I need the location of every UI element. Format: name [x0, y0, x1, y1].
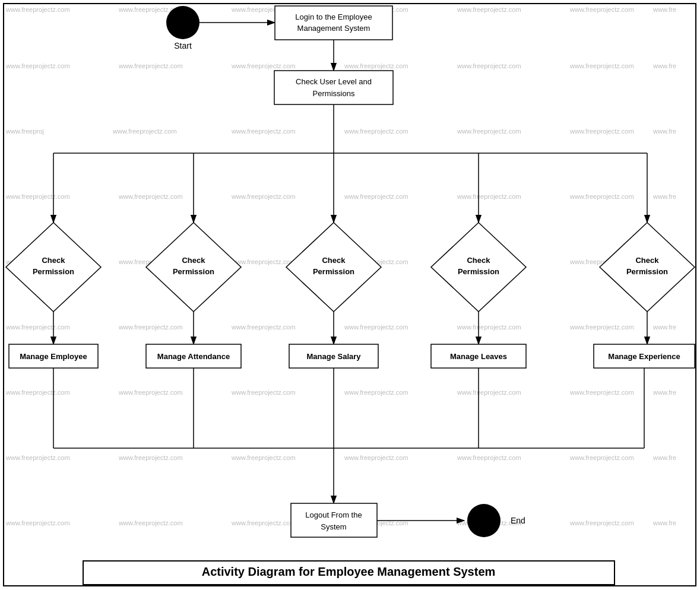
manage-attendance-text: Manage Attendance — [157, 352, 230, 361]
manage-experience-text: Manage Experience — [608, 352, 680, 361]
end-label: End — [511, 516, 525, 525]
perm-text-2b: Permission — [173, 267, 214, 276]
perm-text-2a: Check — [182, 256, 205, 265]
perm-text-1b: Permission — [33, 267, 74, 276]
activity-diagram: Start Login to the Employee Management S… — [0, 0, 700, 590]
perm-text-4a: Check — [467, 256, 490, 265]
manage-salary-text: Manage Salary — [306, 352, 361, 361]
perm-text-5a: Check — [635, 256, 659, 265]
check-user-level-box — [274, 71, 393, 104]
login-text-2: Management System — [297, 24, 370, 33]
perm-text-4b: Permission — [458, 267, 499, 276]
start-circle — [166, 6, 199, 39]
logout-text-1: Logout From the — [305, 510, 362, 519]
perm-text-5b: Permission — [626, 267, 668, 276]
check-user-text-1: Check User Level and — [296, 77, 372, 86]
login-box — [275, 6, 392, 40]
perm-text-3a: Check — [322, 256, 346, 265]
diagram-title: Activity Diagram for Employee Management… — [202, 565, 496, 578]
logout-box — [291, 503, 377, 537]
logout-text-2: System — [321, 522, 346, 531]
check-user-text-2: Permissions — [313, 89, 355, 98]
login-text-1: Login to the Employee — [295, 12, 372, 21]
diagram-container: Start Login to the Employee Management S… — [0, 0, 700, 590]
start-label: Start — [174, 41, 192, 50]
perm-text-1a: Check — [42, 256, 65, 265]
perm-text-3b: Permission — [313, 267, 354, 276]
manage-employee-text: Manage Employee — [20, 352, 87, 361]
end-circle — [467, 504, 501, 537]
manage-leaves-text: Manage Leaves — [450, 352, 507, 361]
